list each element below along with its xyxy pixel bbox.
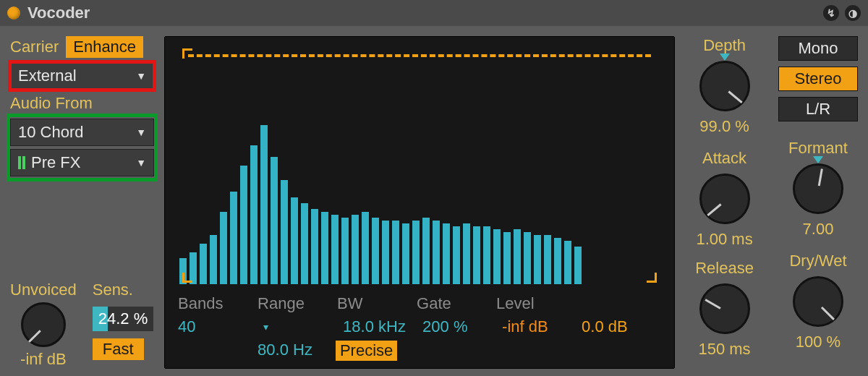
precise-button[interactable]: Precise	[336, 341, 397, 361]
formant-label: Formant	[788, 139, 848, 158]
spectrum-bar	[260, 125, 268, 284]
spectrum-bar	[503, 232, 511, 284]
spectrum-bar	[200, 244, 207, 284]
spectrum-area[interactable]	[178, 47, 661, 284]
sens-value[interactable]: 24.2 %	[93, 307, 154, 331]
drywet-value: 100 %	[796, 333, 841, 351]
audio-from-track-value: 10 Chord	[18, 123, 84, 142]
spectrum-bar	[301, 203, 308, 284]
spectrum-bar	[321, 212, 328, 284]
carrier-source-value: External	[18, 67, 77, 85]
spectrum-bar	[210, 235, 217, 284]
unvoiced-knob[interactable]	[21, 302, 66, 347]
range-lo-value[interactable]: 80.0 Hz	[258, 341, 312, 361]
signal-indicator-icon	[18, 156, 25, 169]
lr-button[interactable]: L/R	[778, 97, 858, 121]
spectrum-bar	[240, 166, 247, 284]
titlebar: Vocoder ↯ ◑	[0, 0, 868, 26]
gate-value[interactable]: -inf dB	[502, 317, 582, 336]
spectrum-bar	[341, 218, 349, 284]
carrier-section: Carrier Enhance External ▼ Audio From 10…	[10, 36, 154, 369]
drywet-knob[interactable]	[793, 276, 843, 327]
spectrum-bar	[463, 223, 470, 284]
bw-value[interactable]: 200 %	[422, 317, 502, 336]
save-preset-icon[interactable]: ◑	[845, 5, 861, 21]
gate-header: Gate	[417, 294, 496, 313]
spectrum-bar	[564, 241, 571, 284]
right-section: Depth 99.0 % Attack 1.00 ms Release 150 …	[685, 36, 858, 369]
swap-icon[interactable]: ↯	[823, 5, 839, 21]
display-footer: Bands Range BW Gate Level 40 ▾ 18.0 kHz …	[178, 284, 661, 361]
fast-button[interactable]: Fast	[93, 338, 144, 360]
depth-knob[interactable]	[699, 61, 750, 111]
attack-value: 1.00 ms	[696, 230, 752, 249]
knob-pointer-icon	[720, 54, 730, 61]
release-knob[interactable]	[699, 283, 750, 334]
drywet-label: Dry/Wet	[789, 252, 846, 270]
spectrum-bar	[311, 209, 318, 284]
device-title: Vocoder	[27, 4, 90, 22]
spectrum-bar	[524, 232, 531, 284]
spectrum-bar	[220, 212, 227, 284]
bands-dropdown-icon[interactable]: ▾	[263, 321, 343, 333]
mono-button[interactable]: Mono	[778, 36, 858, 61]
audio-from-point-dropdown[interactable]: Pre FX ▼	[10, 149, 154, 176]
spectrum-bar	[331, 215, 339, 284]
release-value: 150 ms	[698, 340, 750, 359]
attack-knob[interactable]	[699, 174, 750, 224]
formant-knob[interactable]	[793, 163, 843, 214]
spectrum-bar	[250, 145, 258, 284]
spectrum-bar	[392, 221, 399, 284]
spectrum-bar	[514, 229, 521, 284]
threshold-line[interactable]	[188, 54, 651, 57]
spectrum-bar	[473, 226, 480, 284]
release-label: Release	[695, 259, 754, 278]
unvoiced-value: -inf dB	[20, 350, 67, 369]
range-header: Range	[258, 294, 337, 313]
enhance-button[interactable]: Enhance	[66, 36, 143, 58]
device-power-button[interactable]	[7, 7, 20, 20]
spectrum-bar	[372, 218, 379, 284]
bands-header: Bands	[178, 294, 258, 313]
bands-value[interactable]: 40	[178, 317, 258, 336]
spectrum-bar	[453, 226, 460, 284]
audio-from-track-dropdown[interactable]: 10 Chord ▼	[10, 119, 154, 146]
spectrum-bar	[574, 247, 582, 284]
depth-label: Depth	[703, 36, 746, 55]
range-bracket-icon	[647, 273, 657, 283]
chevron-down-icon: ▼	[136, 70, 146, 82]
sens-label: Sens.	[93, 281, 133, 299]
depth-value: 99.0 %	[699, 117, 749, 136]
level-value[interactable]: 0.0 dB	[582, 317, 661, 336]
chevron-down-icon: ▼	[136, 127, 146, 138]
audio-from-point-value: Pre FX	[31, 153, 80, 172]
spectrum-bar	[271, 157, 278, 284]
spectrum-bar	[443, 223, 450, 284]
device-body: Carrier Enhance External ▼ Audio From 10…	[0, 26, 868, 376]
stereo-button[interactable]: Stereo	[778, 67, 858, 91]
carrier-label: Carrier	[10, 38, 59, 56]
spectrum-bar	[534, 235, 541, 284]
spectrum-bar	[554, 238, 561, 284]
spectrum-bar	[281, 180, 288, 284]
range-bracket-icon	[182, 273, 192, 283]
attack-label: Attack	[702, 149, 746, 168]
spectrum-bar	[382, 221, 389, 284]
knob-pointer-icon	[813, 156, 823, 163]
carrier-source-dropdown[interactable]: External ▼	[10, 62, 154, 90]
spectrum-bar	[291, 197, 298, 284]
range-hi-value[interactable]: 18.0 kHz	[343, 317, 422, 336]
spectrum-display: Bands Range BW Gate Level 40 ▾ 18.0 kHz …	[164, 36, 675, 369]
spectrum-bar	[362, 212, 369, 284]
formant-value: 7.00	[803, 220, 834, 239]
unvoiced-section: Unvoiced -inf dB Sens. 24.2 % Fast	[10, 259, 154, 369]
spectrum-bar	[422, 218, 430, 284]
audio-from-label: Audio From	[10, 94, 93, 113]
audio-from-group: 10 Chord ▼ Pre FX ▼	[10, 117, 154, 178]
vocoder-device: Vocoder ↯ ◑ Carrier Enhance External ▼ A…	[0, 0, 868, 376]
spectrum-bar	[493, 229, 501, 284]
unvoiced-label: Unvoiced	[10, 281, 77, 299]
spectrum-bar	[412, 221, 420, 284]
bw-header: BW	[337, 294, 417, 313]
spectrum-bar	[230, 192, 237, 284]
